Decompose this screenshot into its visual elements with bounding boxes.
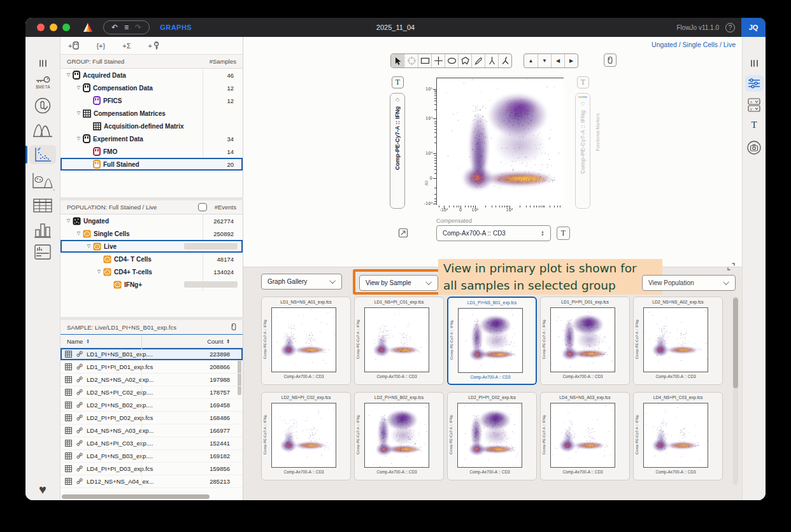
gallery-tile[interactable]: LD1_NS+PI_C01_exp.fcsComp-PE-Cy7-A :: IF… [354,297,444,385]
qc-check-icon[interactable] [25,97,60,115]
layout-editor-icon[interactable] [25,244,60,260]
gallery-tile[interactable]: LD2_PI+NS_B02_exp.fcsComp-PE-Cy7-A :: IF… [354,392,444,480]
text-options-icon[interactable]: T [743,120,766,130]
tile-plot[interactable] [364,403,429,468]
arrow-up-button[interactable]: ▲ [524,54,538,67]
chart-editor-icon[interactable] [25,221,60,238]
axis-options-icon[interactable]: xy [743,98,766,112]
rectangle-gate-tool-button[interactable] [418,54,431,67]
add-statistic-icon[interactable]: +Σ [122,42,131,50]
sample-row[interactable]: LD4_PI+NS_B03_exp....169182 [61,450,243,463]
magnetic-gate-tool-button[interactable] [404,54,418,67]
right-axis-pill[interactable]: ◇ Comp-PE-Cy7-A :: IFNg [575,93,590,209]
right-axis-text-button[interactable]: T [577,76,589,88]
y-axis-text-button[interactable]: T [392,76,404,88]
gating-chevron-icon[interactable]: › [25,187,60,193]
group-tree-row[interactable]: ▽Compensation Matrices [61,107,243,120]
expander-icon[interactable]: ▽ [75,231,83,236]
sample-row[interactable]: LD12_NS+NS_A04_ex...285213 [61,475,243,488]
population-tree-row[interactable]: CD4- T Cells48174 [61,253,243,265]
sample-row[interactable]: LD4_NS+PI_C03_exp....152441 [61,437,243,450]
gallery-tile[interactable]: LD2_NS+PI_C02_exp.fcsComp-PE-Cy7-A :: IF… [261,392,351,480]
quad-gate-tool-button[interactable] [431,54,445,67]
population-tree-row[interactable]: ▽Live [61,240,243,253]
population-tree-row[interactable]: IFNg+ [61,278,243,291]
plot-export-icon[interactable] [398,228,408,241]
trisector-tool-button[interactable] [498,54,511,67]
gallery-scrollbar-thumb[interactable] [733,298,738,388]
sample-horizontal-scrollbar[interactable] [62,494,210,499]
expander-icon[interactable]: ▽ [75,85,83,90]
arrow-left-button[interactable]: ◀ [551,54,564,67]
tile-plot[interactable] [643,307,708,372]
population-tree-row[interactable]: ▽Ungated262774 [61,214,243,227]
graphs-icon[interactable] [25,146,60,164]
favorites-heart-icon[interactable]: ♥ [25,482,60,497]
keywords-icon[interactable] [25,75,60,84]
group-tree-row[interactable]: ▽Experiment Data34 [61,132,243,145]
tile-plot[interactable] [550,307,615,372]
sample-row[interactable]: LD2_NS+NS_A02_exp...197988 [61,374,243,386]
graph-settings-icon[interactable] [743,78,766,89]
primary-plot[interactable] [436,78,564,205]
sample-tube-button[interactable] [604,53,616,67]
tile-plot[interactable] [643,403,708,468]
select-tool-button[interactable] [391,54,404,67]
sample-row[interactable]: LD4_PI+PI_D03_exp.fcs159856 [61,463,243,475]
count-column-header[interactable]: Count▲▼ [207,338,230,345]
polygon-gate-tool-button[interactable] [458,54,471,67]
name-column-header[interactable]: Name [67,338,83,345]
expand-gallery-icon[interactable] [727,262,736,274]
tile-plot[interactable] [271,307,336,372]
user-avatar[interactable]: JQ [741,18,766,37]
name-sort-icon[interactable]: ▲▼ [86,339,89,344]
table-editor-icon[interactable] [25,199,60,213]
expander-icon[interactable]: ▽ [64,218,73,223]
sample-row[interactable]: LD2_PI+NS_B02_exp....169458 [61,399,243,412]
tile-plot[interactable] [364,307,429,372]
population-tree-row[interactable]: ▽CD4+ T-cells134024 [61,265,243,278]
expander-icon[interactable]: ▽ [75,136,83,141]
sample-row[interactable]: LD1_PI+PI_D01_exp.fcs208866 [61,361,243,374]
panel-handle-icon[interactable] [743,60,766,67]
add-group-icon[interactable]: {+} [96,42,105,50]
population-tree-row[interactable]: ▽Single Cells250892 [61,227,243,240]
group-tree-row[interactable]: Acquisition-defined Matrix [61,120,243,132]
x-axis-parameter-dropdown[interactable]: Comp-Ax700-A :: CD3 ▲▼ [436,225,551,241]
ellipse-gate-tool-button[interactable] [445,54,458,67]
gallery-tile[interactable]: LD2_PI+PI_D02_exp.fcsComp-PE-Cy7-A :: IF… [447,392,537,480]
group-tree-row[interactable]: FMO14 [61,145,243,158]
histogram-icon[interactable] [25,121,60,137]
gallery-mode-dropdown[interactable]: Graph Gallery [261,274,342,290]
group-tree-row[interactable]: Full Stained20 [61,158,243,171]
gallery-tile[interactable]: LD2_NS+NS_A02_exp.fcsComp-PE-Cy7-A :: IF… [633,297,723,385]
bisector-tool-button[interactable] [485,54,498,67]
expander-icon[interactable]: ▽ [75,111,83,116]
tile-plot[interactable] [271,403,336,468]
add-sample-icon[interactable]: + [68,41,79,50]
sample-row[interactable]: LD2_NS+PI_C02_exp....178757 [61,386,243,399]
gallery-scrollbar-track[interactable] [733,297,738,485]
sample-row[interactable]: LD1_PI+NS_B01_exp....223898 [61,348,243,361]
group-tree-row[interactable]: ▽Acquired Data46 [61,69,243,81]
population-checkbox[interactable] [198,203,207,211]
gallery-tile[interactable]: LD1_PI+PI_D01_exp.fcsComp-PE-Cy7-A :: IF… [540,297,630,385]
sample-row[interactable]: LD2_PI+PI_D02_exp.fcs168486 [61,412,243,424]
breadcrumb[interactable]: Ungated / Single Cells / Live [652,41,736,48]
group-tree-row[interactable]: ▽Compensation Data12 [61,81,243,94]
group-tree-row[interactable]: PFICS12 [61,94,243,107]
tile-plot[interactable] [550,403,615,468]
expander-icon[interactable]: ▽ [85,244,93,249]
gallery-tile[interactable]: LD1_PI+NS_B01_exp.fcsComp-PE-Cy7-A :: IF… [447,297,537,385]
sample-row[interactable]: LD4_NS+NS_A03_exp...166977 [61,424,243,437]
snapshot-icon[interactable] [743,140,766,155]
arrow-right-button[interactable]: ▶ [564,54,578,67]
expander-icon[interactable]: ▽ [95,269,103,274]
gallery-tile[interactable]: LD4_NS+PI_C03_exp.fcsComp-PE-Cy7-A :: IF… [633,392,723,480]
view-population-dropdown[interactable]: View Population [642,275,736,291]
expander-icon[interactable]: ▽ [64,73,73,78]
gallery-tile[interactable]: LD4_NS+NS_A03_exp.fcsComp-PE-Cy7-A :: IF… [540,392,630,480]
add-keyword-icon[interactable]: +? [148,41,159,50]
sample-tube-icon[interactable] [231,323,236,332]
panel-handle-icon[interactable] [25,60,60,67]
